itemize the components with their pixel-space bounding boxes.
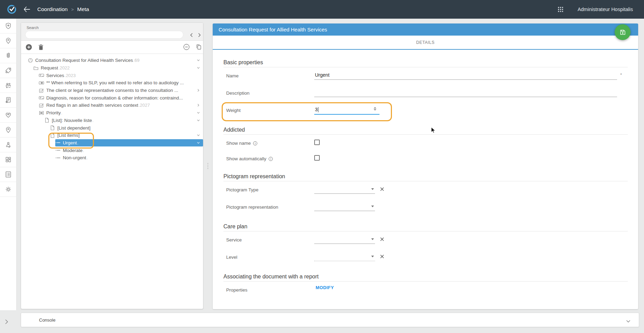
tree-item[interactable]: Moderate.	[21, 146, 203, 154]
breadcrumb-meta[interactable]: Meta	[77, 6, 89, 12]
tree-item-suffix: .	[87, 155, 88, 160]
info-icon[interactable]: i	[253, 141, 257, 145]
search-prev-button[interactable]	[188, 32, 194, 38]
dropdown-caret-icon[interactable]	[371, 188, 374, 190]
expand-chevron-down-icon[interactable]	[196, 66, 200, 70]
folder-icon	[33, 65, 39, 71]
expand-panel-button[interactable]	[5, 319, 8, 326]
collapse-circle-icon	[183, 44, 190, 50]
dropdown-caret-icon[interactable]	[371, 238, 374, 240]
expand-chevron-right-icon[interactable]	[196, 103, 200, 107]
collapse-all-button[interactable]	[183, 44, 190, 51]
modify-link[interactable]: MODIFY	[316, 285, 334, 290]
checkbox[interactable]	[314, 140, 320, 145]
tree-toolbar	[21, 41, 203, 54]
tree-item[interactable]: [List dependent]	[21, 124, 203, 132]
tree-item-label: [List]: Nouvelle liste	[52, 118, 92, 123]
checkbox-icon	[39, 103, 44, 108]
field-label: Weight	[226, 108, 241, 113]
number-spinner[interactable]	[374, 107, 376, 111]
tree-item[interactable]: Request.2022	[21, 64, 203, 72]
back-button[interactable]	[22, 5, 31, 14]
tree-item-label: Red flags in an allied health services c…	[46, 103, 138, 108]
rail-item-document-settings[interactable]	[0, 93, 16, 108]
rail-item-paperclip[interactable]	[0, 48, 16, 63]
field-label: Show namei	[226, 141, 257, 146]
tree-item[interactable]: Services.2023	[21, 72, 203, 79]
form-row-properties: PropertiesMODIFY	[223, 284, 628, 299]
section-heading: Basic properties	[223, 59, 628, 67]
clear-button[interactable]	[379, 237, 385, 242]
tree-item-label: Priority	[46, 110, 61, 115]
user-menu[interactable]: Administrateur Hospitalis	[578, 7, 633, 12]
rail-item-settings-gear[interactable]	[0, 182, 16, 197]
field-label: Pictogram Type	[226, 187, 259, 192]
form-row-service: Service	[223, 234, 628, 251]
rail-item-shield-medical[interactable]	[0, 19, 16, 34]
tree-item[interactable]: Red flags in an allied health services c…	[21, 102, 203, 109]
search-next-button[interactable]	[196, 32, 202, 38]
rail-item-team-settings[interactable]	[0, 78, 16, 93]
checkbox[interactable]	[314, 155, 320, 161]
clear-button[interactable]	[379, 187, 385, 192]
tree-item[interactable]: Non-urgent.	[21, 154, 203, 162]
chevron-left-icon	[190, 33, 193, 37]
tree-item[interactable]: [List]: Nouvelle liste.	[21, 117, 203, 124]
tree-item[interactable]: Diagnosis, reason for consultation & oth…	[21, 94, 203, 102]
expand-chevron-down-icon[interactable]	[196, 58, 200, 62]
tab-details[interactable]: DETAILS	[408, 36, 443, 50]
list-panel-icon	[4, 171, 12, 178]
rail-item-location-pin[interactable]	[0, 123, 16, 137]
expand-chevron-down-icon[interactable]	[196, 141, 200, 145]
expand-chevron-right-icon[interactable]	[196, 88, 200, 92]
tree-item[interactable]: The client or legal representative conse…	[21, 87, 203, 94]
tree-item[interactable]: Urgent.	[21, 139, 203, 147]
console-bar[interactable]: Console	[21, 313, 639, 327]
clear-button[interactable]	[379, 254, 385, 259]
field-label: Properties	[226, 287, 248, 293]
dropdown-caret-icon[interactable]	[371, 256, 374, 257]
radio-icon	[39, 110, 44, 116]
copy-button[interactable]	[196, 44, 203, 51]
tree-item[interactable]: Consultation Request for Allied Health S…	[21, 57, 203, 64]
form-row-description: Description	[223, 87, 628, 105]
display-icon	[39, 80, 44, 86]
panel-resize-handle[interactable]	[207, 163, 209, 169]
tree-item-suffix: .2022	[58, 65, 70, 70]
copy-icon	[196, 44, 202, 50]
document-settings-icon	[4, 96, 12, 104]
listitem-icon	[55, 148, 61, 153]
expand-chevron-down-icon[interactable]	[196, 111, 200, 115]
info-icon[interactable]: i	[269, 157, 273, 161]
listitem-icon	[55, 140, 61, 145]
search-label: Search	[27, 26, 39, 30]
paperclip-icon	[4, 52, 12, 59]
chevron-right-icon	[198, 33, 201, 37]
tree-item-label: ** When referring to SLP, you will need …	[46, 80, 184, 85]
expand-chevron-down-icon[interactable]	[196, 118, 200, 122]
rail-item-heart-pulse[interactable]	[0, 108, 16, 123]
tree-item-label: Diagnosis, reason for consultation & oth…	[46, 95, 183, 101]
delete-node-button[interactable]	[38, 44, 45, 51]
search-input[interactable]	[25, 31, 183, 39]
rail-item-list-panel[interactable]	[0, 167, 16, 182]
rail-item-person-service[interactable]	[0, 137, 16, 152]
detail-form: Basic propertiesName Urgent *Description…	[213, 59, 638, 299]
location-pin-icon	[4, 126, 12, 134]
tab-bar: DETAILS	[213, 36, 638, 50]
console-collapse-button[interactable]	[626, 318, 631, 324]
rail-item-layout-blocks[interactable]	[0, 152, 16, 167]
save-button[interactable]	[615, 24, 631, 40]
tree-item[interactable]: Priority.	[21, 109, 203, 117]
expand-chevron-down-icon[interactable]	[196, 133, 200, 137]
rail-item-tag-settings[interactable]	[0, 63, 16, 78]
field-icon	[39, 73, 44, 78]
breadcrumb-coordination[interactable]: Coordination	[37, 6, 68, 12]
dropdown-caret-icon[interactable]	[371, 206, 374, 207]
tree-item[interactable]: ** When referring to SLP, you will need …	[21, 79, 203, 87]
tree-item[interactable]: [List items]	[21, 132, 203, 139]
add-node-button[interactable]	[26, 44, 32, 51]
apps-grid-button[interactable]	[556, 4, 566, 15]
rail-item-location-pin[interactable]	[0, 34, 16, 48]
section-heading: Addicted	[223, 127, 628, 135]
